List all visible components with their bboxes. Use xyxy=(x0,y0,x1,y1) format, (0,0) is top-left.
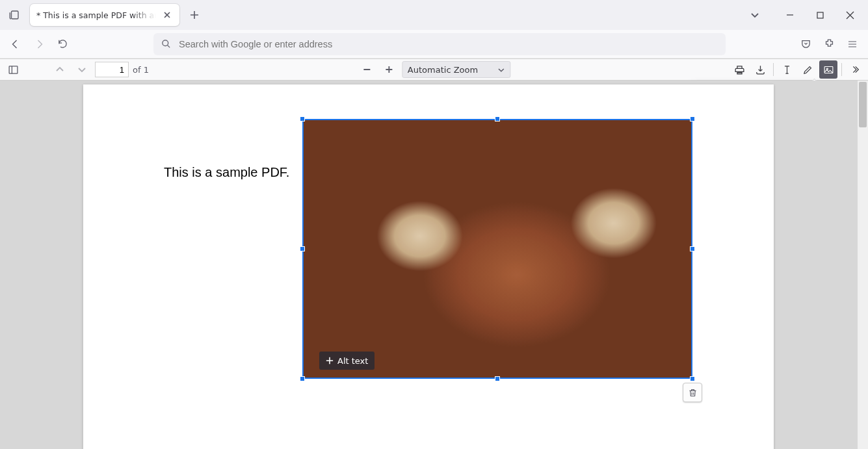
svg-rect-3 xyxy=(9,66,18,73)
window-controls xyxy=(776,5,864,25)
recent-icon xyxy=(8,9,20,21)
svg-rect-1 xyxy=(817,12,823,18)
nav-toolbar xyxy=(0,30,868,58)
app-menu-button[interactable] xyxy=(842,34,863,55)
resize-handle-n[interactable] xyxy=(495,116,500,122)
pocket-icon xyxy=(800,38,811,49)
close-icon xyxy=(163,11,171,19)
zoom-select[interactable]: Automatic Zoom xyxy=(402,61,510,78)
alt-text-button[interactable]: Alt text xyxy=(319,352,375,370)
selected-image[interactable]: Alt text xyxy=(302,119,692,379)
tab-strip: * This is a sample PDF with an imag xyxy=(0,0,868,30)
pdf-viewer[interactable]: This is a sample PDF. Alt text xyxy=(0,81,868,449)
zoom-out-button[interactable] xyxy=(358,60,376,79)
tabs-overview-button[interactable] xyxy=(744,5,765,25)
zoom-in-button[interactable] xyxy=(380,60,398,79)
draw-tool-button[interactable] xyxy=(798,60,817,79)
selection-border xyxy=(302,119,692,379)
forward-icon xyxy=(33,38,45,50)
scrollbar-track[interactable] xyxy=(858,81,868,449)
separator xyxy=(841,63,842,76)
trash-icon xyxy=(688,388,698,398)
minimize-button[interactable] xyxy=(776,5,804,25)
text-icon xyxy=(782,64,793,75)
resize-handle-ne[interactable] xyxy=(690,116,695,122)
reload-button[interactable] xyxy=(52,34,73,55)
resize-handle-s[interactable] xyxy=(495,376,500,381)
up-icon xyxy=(55,65,64,74)
close-icon xyxy=(846,11,854,19)
search-icon xyxy=(161,39,171,49)
scrollbar-thumb[interactable] xyxy=(859,82,867,127)
download-button[interactable] xyxy=(751,60,769,79)
text-tool-button[interactable] xyxy=(778,60,796,79)
minimize-icon xyxy=(786,11,794,19)
print-icon xyxy=(734,64,745,75)
tab-close-button[interactable] xyxy=(161,9,173,21)
tab-title: * This is a sample PDF with an imag xyxy=(36,10,156,20)
recent-browsing-button[interactable] xyxy=(4,5,25,25)
chevron-down-icon xyxy=(750,10,759,19)
plus-icon xyxy=(326,357,334,365)
image-icon xyxy=(823,64,834,75)
menu-icon xyxy=(847,39,858,49)
next-page-button[interactable] xyxy=(73,60,91,79)
svg-rect-0 xyxy=(12,11,19,19)
down-icon xyxy=(77,65,86,74)
print-button[interactable] xyxy=(730,60,748,79)
minus-icon xyxy=(362,65,371,74)
reload-icon xyxy=(57,38,68,49)
document-text: This is a sample PDF. xyxy=(164,165,289,180)
back-icon xyxy=(10,38,21,50)
sidebar-icon xyxy=(8,64,19,75)
prev-page-button[interactable] xyxy=(51,60,69,79)
forward-button[interactable] xyxy=(29,34,49,55)
separator xyxy=(773,63,774,76)
pdf-toolbar: of 1 Automatic Zoom xyxy=(0,58,868,81)
image-tool-button[interactable] xyxy=(819,60,837,79)
resize-handle-w[interactable] xyxy=(300,246,305,251)
more-tools-button[interactable] xyxy=(846,60,864,79)
page-count-label: of 1 xyxy=(133,65,149,75)
back-button[interactable] xyxy=(5,34,26,55)
maximize-icon xyxy=(817,12,824,19)
download-icon xyxy=(755,64,766,75)
resize-handle-e[interactable] xyxy=(690,246,695,251)
chevron-down-icon xyxy=(497,66,505,73)
resize-handle-se[interactable] xyxy=(690,376,695,381)
pdf-page[interactable]: This is a sample PDF. Alt text xyxy=(83,84,774,449)
zoom-select-label: Automatic Zoom xyxy=(408,65,478,75)
plus-icon xyxy=(190,10,199,19)
resize-handle-sw[interactable] xyxy=(300,376,305,381)
toggle-sidebar-button[interactable] xyxy=(4,60,22,79)
page-number-input[interactable] xyxy=(95,62,129,77)
svg-point-2 xyxy=(163,40,168,46)
alt-text-label: Alt text xyxy=(337,356,368,366)
resize-handle-nw[interactable] xyxy=(300,116,305,122)
more-icon xyxy=(850,64,860,75)
pocket-button[interactable] xyxy=(795,34,816,55)
extensions-button[interactable] xyxy=(819,34,839,55)
maximize-button[interactable] xyxy=(806,5,834,25)
close-window-button[interactable] xyxy=(835,5,864,25)
extensions-icon xyxy=(824,38,835,49)
plus-icon xyxy=(384,65,393,74)
draw-icon xyxy=(802,64,813,75)
browser-tab[interactable]: * This is a sample PDF with an imag xyxy=(30,4,179,26)
address-input[interactable] xyxy=(178,38,718,50)
new-tab-button[interactable] xyxy=(185,5,204,25)
address-bar[interactable] xyxy=(153,33,726,55)
delete-image-button[interactable] xyxy=(683,383,702,402)
